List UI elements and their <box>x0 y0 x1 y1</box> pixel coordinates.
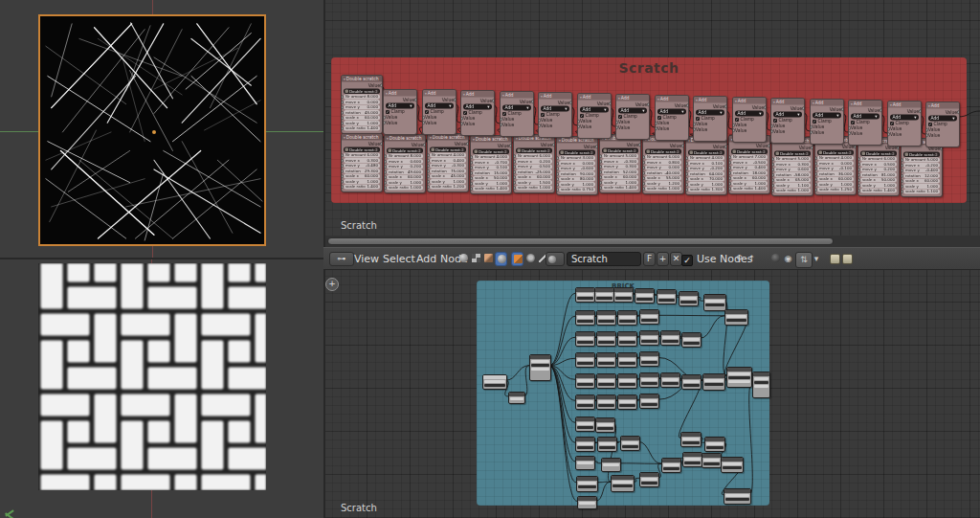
output-value[interactable]: Value <box>516 142 552 147</box>
brick-node[interactable] <box>596 310 616 326</box>
value-field-scale-ratio[interactable]: scale ratio1.400 <box>602 186 638 191</box>
node-header[interactable]: ▾Add <box>616 95 649 101</box>
value-field-scale-ratio[interactable]: scale ratio1.100 <box>903 190 940 194</box>
input-socket[interactable] <box>814 157 817 161</box>
brick-node[interactable] <box>529 354 551 381</box>
input-socket[interactable] <box>538 124 541 128</box>
node-header[interactable]: ▾Add <box>849 101 881 107</box>
clamp-checkbox[interactable]: ✓Clamp <box>773 118 802 124</box>
input-socket[interactable] <box>513 155 516 159</box>
input-socket[interactable] <box>341 127 344 131</box>
value-field-Nr-amount[interactable]: Nr amount6.000 <box>344 153 380 158</box>
input-socket[interactable] <box>383 122 386 125</box>
brick-node[interactable] <box>575 437 595 452</box>
output-value[interactable]: Value <box>580 101 609 106</box>
output-socket[interactable] <box>957 111 960 115</box>
value-field-scale-y[interactable]: scale y1.000 <box>731 181 768 186</box>
group-datablock-selector[interactable]: Double scratch2 <box>473 149 509 155</box>
input-socket[interactable] <box>771 169 774 172</box>
input-socket[interactable] <box>810 131 813 135</box>
value-field-Nr-amount[interactable]: Nr amount5.000 <box>602 154 638 159</box>
math-node-add[interactable]: ▾AddValueAdd▾✓ClampValueValue <box>615 94 650 140</box>
clamp-checkbox[interactable]: ✓Clamp <box>735 117 764 123</box>
clamp-checkbox[interactable]: ✓Clamp <box>386 109 414 115</box>
output-value[interactable]: Value <box>502 99 531 104</box>
value-field-move-y[interactable]: move y0.000 <box>344 105 380 110</box>
value-field-move-y[interactable]: move y-0.400 <box>903 169 940 173</box>
value-field-rotation[interactable]: rotation18.000 <box>731 170 768 175</box>
output-value[interactable]: Value <box>386 97 414 102</box>
output-socket[interactable] <box>681 145 684 148</box>
output-value[interactable]: Value <box>618 101 647 107</box>
value-field-move-x[interactable]: move x0.000 <box>344 100 380 104</box>
expand-region-icon[interactable]: + <box>325 278 339 291</box>
input-socket[interactable] <box>427 159 430 163</box>
output-socket[interactable] <box>802 107 805 111</box>
brick-node[interactable] <box>575 417 595 432</box>
value-field-scale-ratio[interactable]: scale ratio1.000 <box>645 187 681 191</box>
input-value[interactable]: Value <box>890 132 919 137</box>
value-field-Nr-amount[interactable]: Nr amount4.000 <box>430 153 466 158</box>
math-node-add[interactable]: ▾AddValueAdd▾✓ClampValueValue <box>732 97 767 143</box>
input-socket[interactable] <box>341 159 344 163</box>
brick-node[interactable] <box>577 496 597 509</box>
value-field-scale-ratio[interactable]: scale ratio1.400 <box>344 185 380 190</box>
value-field-rotation[interactable]: rotation29.300 <box>344 169 380 173</box>
input-value[interactable]: Value <box>425 115 454 120</box>
group-node-double-scratch[interactable]: ▾Double scratchValueDouble scratch2Nr am… <box>599 134 641 193</box>
input-socket[interactable] <box>814 183 817 187</box>
group-datablock-selector[interactable]: Double scratch2 <box>645 149 681 155</box>
group-datablock-selector[interactable]: Double scratch2 <box>430 147 466 153</box>
output-socket[interactable] <box>380 84 383 88</box>
input-value[interactable]: Value <box>696 122 724 126</box>
shader-type-world-icon[interactable] <box>524 252 537 266</box>
input-socket[interactable] <box>538 119 541 123</box>
math-node-add[interactable]: ▾AddValueAdd▾✓ClampValueValue <box>460 90 495 136</box>
input-value[interactable]: Value <box>735 128 764 133</box>
brick-node[interactable] <box>596 394 616 410</box>
output-socket[interactable] <box>880 109 882 113</box>
input-socket[interactable] <box>693 123 696 126</box>
value-field-move-y[interactable]: move y0.300 <box>602 165 638 169</box>
group-datablock-selector[interactable]: Double scratch2 <box>903 152 940 158</box>
value-field-scale-ratio[interactable]: scale ratio1.000 <box>774 189 811 193</box>
input-value[interactable]: Value <box>813 124 841 129</box>
input-socket[interactable] <box>655 122 657 125</box>
brick-node[interactable] <box>661 458 681 473</box>
operation-dropdown[interactable]: Add▾ <box>541 106 569 112</box>
brick-node[interactable] <box>724 309 748 326</box>
menu-add[interactable]: Add <box>416 253 436 265</box>
brick-node[interactable] <box>682 452 702 467</box>
value-field-move-x[interactable]: move x-0.500 <box>731 160 768 165</box>
group-node-double-scratch[interactable]: ▾Double scratchValueDouble scratch2Nr am… <box>470 135 512 194</box>
value-field-move-y[interactable]: move y0.600 <box>774 168 811 172</box>
brick-node[interactable] <box>639 330 659 346</box>
node-header[interactable]: ▾Add <box>811 100 843 106</box>
input-socket[interactable] <box>771 190 774 193</box>
input-socket[interactable] <box>513 166 516 169</box>
value-field-scale-y[interactable]: scale y1.000 <box>344 121 380 125</box>
value-field-Nr-amount[interactable]: Nr amount3.000 <box>559 156 595 161</box>
value-field-move-y[interactable]: move y-0.100 <box>817 167 854 171</box>
node-header[interactable]: ▾Add <box>771 99 804 105</box>
input-socket[interactable] <box>577 120 580 124</box>
input-socket[interactable] <box>384 160 387 164</box>
output-value[interactable]: Value <box>890 108 919 114</box>
paste-nodes-icon[interactable] <box>840 252 853 266</box>
value-field-move-y[interactable]: move y0.200 <box>860 168 897 172</box>
output-value[interactable]: Value <box>735 104 764 110</box>
group-datablock-selector[interactable]: Double scratch2 <box>774 151 811 157</box>
input-socket[interactable] <box>732 124 735 127</box>
group-node-double-scratch[interactable]: ▾Double scratchValueDouble scratch2Nr am… <box>728 135 770 194</box>
brick-node[interactable] <box>752 372 770 398</box>
clamp-checkbox[interactable]: ✓Clamp <box>618 114 647 120</box>
input-socket[interactable] <box>341 180 344 184</box>
group-node-double-scratch[interactable]: ▾Double scratchValueDouble scratch2Nr am… <box>685 136 727 195</box>
brick-node[interactable] <box>703 294 726 311</box>
output-value[interactable]: Value <box>473 143 509 148</box>
value-field-move-y[interactable]: move y0.500 <box>516 165 552 169</box>
value-field-Nr-amount[interactable]: Nr amount6.000 <box>516 154 552 159</box>
node-header[interactable]: ▾Add <box>926 102 959 109</box>
input-socket[interactable] <box>470 171 473 175</box>
value-field-move-x[interactable]: move x0.600 <box>387 159 423 164</box>
